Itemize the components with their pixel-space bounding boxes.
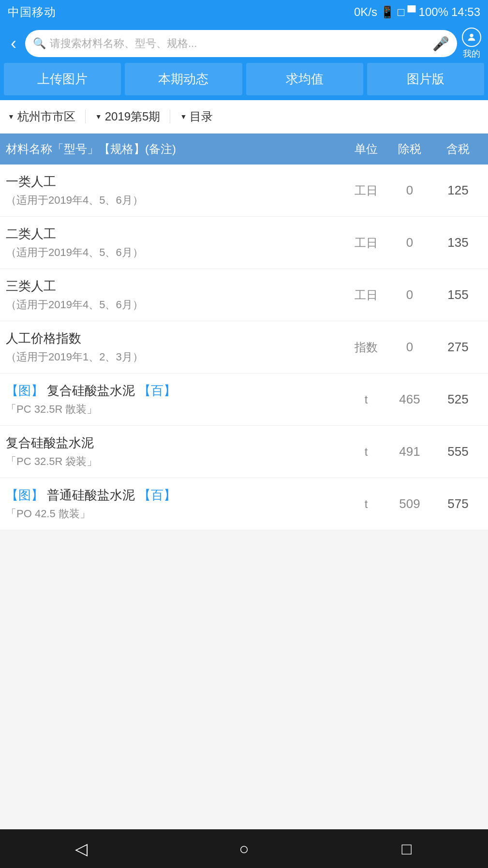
network-speed: 0K/s	[354, 5, 377, 19]
profile-label: 我的	[463, 48, 480, 60]
recent-nav-button[interactable]: □	[325, 839, 488, 858]
row-name-col: 复合硅酸盐水泥 「PC 32.5R 袋装」	[6, 434, 347, 469]
material-ex-tax: 0	[385, 287, 434, 302]
material-sub-name: （适用于2019年1、2、3月）	[6, 350, 347, 364]
city-filter-arrow: ▼	[8, 113, 15, 120]
table-row[interactable]: 一类人工 （适用于2019年4、5、6月） 工日 0 125	[0, 165, 488, 217]
filter-bar: ▼ 杭州市市区 ▼ 2019第5期 ▼ 目录	[0, 100, 488, 134]
search-input[interactable]: 请搜索材料名称、型号、规格...	[50, 36, 429, 51]
material-name: 【图】 普通硅酸盐水泥 【百】	[6, 487, 347, 504]
catalog-filter[interactable]: ▼ 目录	[180, 109, 222, 124]
status-icons: 0K/s 📱 □ ▀ 100% 14:53	[354, 5, 480, 19]
material-sub-name: （适用于2019年4、5、6月）	[6, 193, 347, 208]
material-sub-name: 「PC 32.5R 散装」	[6, 402, 347, 417]
material-sub-name: 「PO 42.5 散装」	[6, 507, 347, 521]
mic-icon[interactable]: 🎤	[432, 36, 449, 52]
action-bar: 上传图片 本期动态 求均值 图片版	[0, 63, 488, 100]
material-name: 一类人工	[6, 173, 347, 190]
material-unit: 工日	[347, 287, 385, 303]
table-row[interactable]: 复合硅酸盐水泥 「PC 32.5R 袋装」 t 491 555	[0, 426, 488, 478]
wifi-icon: □	[398, 5, 405, 19]
material-inc-tax: 525	[434, 392, 482, 407]
table-header: 材料名称「型号」【规格】(备注) 单位 除税 含税	[0, 134, 488, 165]
table-row[interactable]: 三类人工 （适用于2019年4、5、6月） 工日 0 155	[0, 269, 488, 321]
battery-label: 100%	[419, 5, 448, 19]
average-button[interactable]: 求均值	[246, 63, 363, 95]
row-name-col: 一类人工 （适用于2019年4、5、6月）	[6, 173, 347, 208]
image-link[interactable]: 【图】	[6, 383, 44, 398]
bai-link-2[interactable]: 【百】	[138, 488, 176, 502]
row-name-col: 人工价格指数 （适用于2019年1、2、3月）	[6, 330, 347, 364]
material-sub-name: （适用于2019年4、5、6月）	[6, 298, 347, 312]
material-name: 复合硅酸盐水泥	[6, 434, 347, 451]
material-ex-tax: 0	[385, 235, 434, 250]
material-unit: 工日	[347, 183, 385, 198]
material-name: 【图】 复合硅酸盐水泥 【百】	[6, 382, 347, 399]
nav-bar: ‹ 🔍 请搜索材料名称、型号、规格... 🎤 我的	[0, 24, 488, 63]
current-news-button[interactable]: 本期动态	[125, 63, 242, 95]
table-row[interactable]: 【图】 普通硅酸盐水泥 【百】 「PO 42.5 散装」 t 509 575	[0, 478, 488, 530]
sim-icon: 📱	[380, 5, 395, 19]
material-ex-tax: 0	[385, 340, 434, 355]
period-filter[interactable]: ▼ 2019第5期	[95, 109, 170, 124]
material-ex-tax: 509	[385, 496, 434, 511]
row-name-col: 【图】 复合硅酸盐水泥 【百】 「PC 32.5R 散装」	[6, 382, 347, 417]
filter-divider-2	[170, 110, 170, 123]
carrier-label: 中国移动	[8, 4, 56, 20]
row-name-col: 三类人工 （适用于2019年4、5、6月）	[6, 278, 347, 312]
material-unit: 指数	[347, 340, 385, 355]
material-name-core-2: 普通硅酸盐水泥	[47, 488, 135, 502]
period-filter-arrow: ▼	[95, 113, 102, 120]
search-icon: 🔍	[33, 37, 46, 50]
header-name: 材料名称「型号」【规格】(备注)	[6, 141, 347, 157]
material-sub-name: 「PC 32.5R 袋装」	[6, 454, 347, 469]
table-body: 一类人工 （适用于2019年4、5、6月） 工日 0 125 二类人工 （适用于…	[0, 165, 488, 530]
table-row[interactable]: 人工价格指数 （适用于2019年1、2、3月） 指数 0 275	[0, 321, 488, 374]
material-inc-tax: 155	[434, 287, 482, 302]
row-name-col: 二类人工 （适用于2019年4、5、6月）	[6, 225, 347, 260]
material-ex-tax: 465	[385, 392, 434, 407]
material-name: 二类人工	[6, 225, 347, 242]
svg-point-0	[470, 34, 473, 37]
upload-image-button[interactable]: 上传图片	[4, 63, 121, 95]
material-inc-tax: 555	[434, 444, 482, 459]
table-row[interactable]: 【图】 复合硅酸盐水泥 【百】 「PC 32.5R 散装」 t 465 525	[0, 374, 488, 426]
image-link-2[interactable]: 【图】	[6, 488, 44, 502]
row-name-col: 【图】 普通硅酸盐水泥 【百】 「PO 42.5 散装」	[6, 487, 347, 521]
table-row[interactable]: 二类人工 （适用于2019年4、5、6月） 工日 0 135	[0, 217, 488, 269]
city-filter-label: 杭州市市区	[17, 109, 75, 124]
material-unit: t	[347, 497, 385, 511]
material-unit: t	[347, 393, 385, 406]
status-bar: 中国移动 0K/s 📱 □ ▀ 100% 14:53	[0, 0, 488, 24]
material-unit: 工日	[347, 235, 385, 251]
photo-version-button[interactable]: 图片版	[367, 63, 484, 95]
back-button[interactable]: ‹	[7, 31, 20, 56]
material-name: 人工价格指数	[6, 330, 347, 347]
material-sub-name: （适用于2019年4、5、6月）	[6, 245, 347, 260]
back-nav-button[interactable]: ◁	[0, 839, 163, 858]
home-nav-button[interactable]: ○	[163, 839, 325, 858]
catalog-filter-arrow: ▼	[180, 113, 187, 120]
period-filter-label: 2019第5期	[105, 109, 161, 124]
filter-divider-1	[85, 110, 86, 123]
profile-button[interactable]: 我的	[462, 28, 481, 60]
material-ex-tax: 491	[385, 444, 434, 459]
bai-link[interactable]: 【百】	[138, 383, 176, 398]
material-inc-tax: 125	[434, 183, 482, 198]
material-unit: t	[347, 445, 385, 459]
bottom-nav-bar: ◁ ○ □	[0, 829, 488, 868]
material-inc-tax: 275	[434, 340, 482, 355]
profile-avatar-icon	[462, 28, 481, 47]
material-inc-tax: 575	[434, 496, 482, 511]
city-filter[interactable]: ▼ 杭州市市区	[8, 109, 85, 124]
material-ex-tax: 0	[385, 183, 434, 198]
material-name-core: 复合硅酸盐水泥	[47, 383, 135, 398]
material-name: 三类人工	[6, 278, 347, 295]
catalog-filter-label: 目录	[190, 109, 213, 124]
search-box[interactable]: 🔍 请搜索材料名称、型号、规格... 🎤	[25, 30, 457, 57]
material-inc-tax: 135	[434, 235, 482, 250]
header-unit: 单位	[347, 141, 385, 157]
header-inc-tax: 含税	[434, 141, 482, 157]
time-label: 14:53	[451, 5, 480, 19]
signal-icon: ▀	[408, 5, 416, 19]
